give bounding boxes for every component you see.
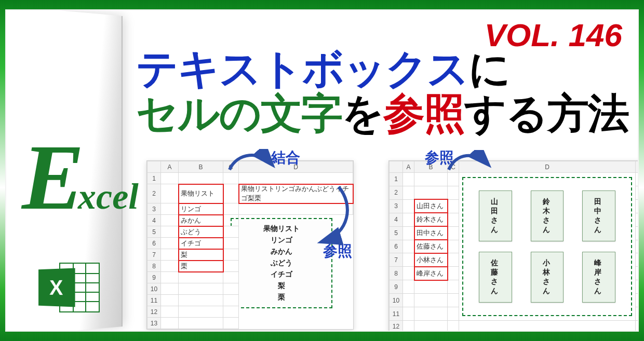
name-card: 峰岸さん	[582, 252, 615, 303]
name-card: 鈴木さん	[531, 190, 564, 241]
row-header: 10	[390, 294, 403, 307]
corner-cell	[390, 161, 403, 173]
row-header: 4	[390, 213, 403, 226]
white-page: Excel X VOL. 146 テキストボックスに セルの文字を参照する方法	[5, 9, 639, 332]
row-header: 3	[390, 199, 403, 213]
row-header: 3	[147, 203, 161, 215]
row-header: 5	[147, 226, 161, 238]
cell: 山田さん	[414, 199, 448, 213]
cell: リンゴ	[179, 203, 223, 215]
textbox-line: 梨	[278, 281, 285, 291]
cell: イチゴ	[179, 238, 223, 249]
row-header: 12	[390, 321, 403, 332]
excel-icon-letter: X	[49, 276, 63, 299]
row-header: 12	[147, 306, 161, 318]
cell: 田中さん	[414, 226, 448, 240]
arrow-merge-icon	[224, 149, 276, 175]
dashed-cards-container: 山田さん 鈴木さん 田中さん 佐藤さん 小林さん 峰岸さん	[462, 177, 632, 316]
textbox-line: 果物リスト	[263, 224, 300, 234]
row-header: 9	[390, 280, 403, 294]
title-part-3: セルの文字	[136, 90, 342, 137]
cell: 果物リスト	[179, 184, 223, 203]
wordmark-xcel: xcel	[78, 176, 139, 216]
right-spreadsheet: A B C D E 1 山田さん 鈴木さん 田中さん	[388, 160, 639, 332]
title-part-4: を	[342, 90, 383, 137]
row-header: 1	[390, 173, 403, 186]
cell: 峰岸さん	[414, 267, 448, 280]
cell: 鈴木さん	[414, 213, 448, 226]
excel-wordmark: Excel	[22, 138, 139, 217]
col-header: A	[161, 161, 179, 173]
cell: ぶどう	[179, 226, 223, 238]
cell: 栗	[179, 261, 223, 272]
textbox-line: 栗	[278, 293, 285, 302]
textbox-line: みかん	[271, 247, 292, 256]
row-header: 13	[147, 318, 161, 329]
row-header: 10	[147, 283, 161, 295]
row-header: 9	[147, 272, 161, 283]
name-card: 佐藤さん	[479, 252, 512, 303]
wordmark-e: E	[22, 138, 84, 217]
excel-icon-book: X	[38, 268, 75, 307]
col-header: E	[636, 161, 639, 173]
row-header: 2	[147, 184, 161, 203]
excel-icon: X	[37, 260, 100, 317]
row-header: 1	[147, 173, 161, 184]
cell: 小林さん	[414, 253, 448, 267]
col-header: A	[403, 161, 414, 173]
arrow-reference-left-icon	[313, 184, 359, 247]
textbox-line: イチゴ	[271, 270, 292, 279]
title-part-1: テキストボックス	[136, 46, 468, 92]
name-card: 山田さん	[479, 190, 512, 241]
row-header: 7	[390, 253, 403, 267]
row-header: 7	[147, 249, 161, 261]
right-example: 参照 A B C D E 1	[388, 153, 639, 330]
cell: みかん	[179, 215, 223, 226]
cell: 梨	[179, 249, 223, 261]
gradient-frame: Excel X VOL. 146 テキストボックスに セルの文字を参照する方法	[0, 0, 644, 341]
cell: 佐藤さん	[414, 240, 448, 253]
row-header: 11	[147, 295, 161, 306]
right-spreadsheet-table: A B C D E 1 山田さん 鈴木さん 田中さん	[389, 161, 639, 332]
textbox-line: ぶどう	[271, 258, 292, 268]
arrow-reference-right-icon	[445, 150, 491, 176]
left-example: 結合 参照 A B C	[146, 153, 370, 330]
row-header: 5	[390, 226, 403, 240]
row-header: 8	[390, 267, 403, 280]
row-header: 2	[390, 186, 403, 199]
row-header: 6	[147, 238, 161, 249]
col-header: B	[179, 161, 223, 173]
title-part-2: に	[468, 46, 510, 92]
textbox-line: リンゴ	[271, 236, 292, 245]
name-card: 田中さん	[582, 190, 615, 241]
row-header: 6	[390, 240, 403, 253]
main-title: テキストボックスに セルの文字を参照する方法	[136, 47, 628, 137]
row-header: 11	[390, 307, 403, 321]
title-part-6: する方法	[464, 90, 628, 137]
name-card: 小林さん	[531, 252, 564, 303]
title-part-5: 参照	[383, 90, 464, 137]
corner-cell	[147, 161, 161, 173]
row-header: 4	[147, 215, 161, 226]
row-header: 8	[147, 261, 161, 272]
examples-area: 結合 参照 A B C	[146, 153, 639, 330]
